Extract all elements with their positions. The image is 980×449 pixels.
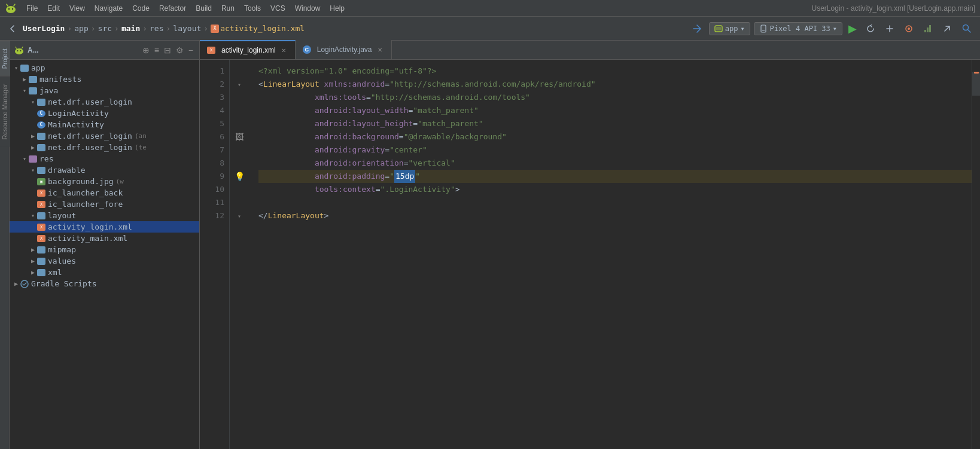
breadcrumb-file[interactable]: activity_login.xml: [220, 24, 305, 33]
navigate-arrow-button[interactable]: [689, 22, 705, 36]
line-gutter: ▾ 🖼 💡 ▾: [230, 60, 249, 449]
folder-icon-package-an: [37, 133, 45, 140]
back-button[interactable]: [5, 22, 20, 35]
fold-indicator-2[interactable]: ▾: [230, 78, 249, 91]
breadcrumb-res[interactable]: res: [150, 24, 163, 33]
svg-rect-7: [761, 25, 766, 32]
svg-rect-12: [927, 28, 929, 32]
tree-item-ic-launcher-back[interactable]: X ic_launcher_back: [10, 187, 199, 198]
tree-label-ic-fore: ic_launcher_fore: [48, 200, 123, 209]
android-icon: [14, 45, 24, 55]
menu-help[interactable]: Help: [325, 3, 349, 14]
code-line-11: [258, 196, 972, 209]
menu-refactor[interactable]: Refactor: [154, 3, 191, 14]
breadcrumb-layout[interactable]: layout: [173, 24, 201, 33]
tree-item-package-main[interactable]: ▾ net.drf.user_login: [10, 96, 199, 108]
panel-title: A...: [28, 46, 39, 54]
tree-arrow-drawable: ▾: [29, 167, 37, 173]
code-content[interactable]: <?xml version="1.0" encoding="utf-8"?> <…: [249, 60, 972, 449]
sync-button[interactable]: ⊕: [141, 44, 151, 56]
tree-arrow-layout: ▾: [29, 212, 37, 219]
tree-item-background[interactable]: ▣ background.jpg (w: [10, 176, 199, 187]
gradle-icon: [20, 280, 29, 288]
search-everywhere-button[interactable]: [958, 22, 975, 36]
close-panel-button[interactable]: −: [187, 44, 194, 56]
tree-item-activity-main[interactable]: X activity_main.xml: [10, 233, 199, 244]
debug-button[interactable]: [901, 22, 917, 35]
tree-item-xml[interactable]: ▶ xml: [10, 267, 199, 278]
svg-line-19: [16, 47, 17, 48]
tree-label-ic-back: ic_launcher_back: [48, 188, 123, 197]
menu-run[interactable]: Run: [217, 3, 239, 14]
fold-indicator-12[interactable]: ▾: [230, 209, 249, 222]
tree-item-login-activity[interactable]: C LoginActivity: [10, 108, 199, 119]
code-line-9: android:padding="15dp": [258, 170, 972, 183]
tree-item-gradle[interactable]: ▶ Gradle Scripts: [10, 278, 199, 289]
tree-item-main-activity[interactable]: C MainActivity: [10, 119, 199, 130]
tree-item-res[interactable]: ▾ res: [10, 153, 199, 164]
tree-item-package-an[interactable]: ▶ net.drf.user_login (an: [10, 130, 199, 142]
tree-label-main: MainActivity: [48, 120, 104, 129]
tree-label-gradle: Gradle Scripts: [31, 279, 97, 288]
tab-close-login-java[interactable]: ✕: [376, 45, 384, 54]
tree-arrow-app: ▾: [12, 65, 20, 71]
tab-login-activity-java[interactable]: C LoginActivity.java ✕: [296, 40, 392, 59]
tree-label-xml: xml: [48, 268, 62, 277]
tree-item-values[interactable]: ▶ values: [10, 255, 199, 267]
menu-edit[interactable]: Edit: [42, 3, 65, 14]
scroll-overview: [972, 72, 980, 96]
tab-close-activity-login[interactable]: ✕: [279, 46, 288, 54]
menu-code[interactable]: Code: [127, 3, 154, 14]
tree-item-app[interactable]: ▾ app: [10, 62, 199, 74]
tree-label-drawable: drawable: [48, 166, 86, 175]
tree-item-manifests[interactable]: ▶ manifests: [10, 74, 199, 85]
folder-icon-values: [37, 258, 45, 265]
collapse-all-button[interactable]: ≡: [153, 44, 160, 56]
tree-item-package-te[interactable]: ▶ net.drf.user_login (te: [10, 142, 199, 153]
tab-xml-icon: X: [207, 47, 215, 54]
menu-view[interactable]: View: [65, 3, 90, 14]
breadcrumb-userlogin[interactable]: UserLogin: [23, 24, 65, 33]
config-selector[interactable]: app ▾: [709, 22, 750, 35]
tree-item-java[interactable]: ▾ java: [10, 85, 199, 96]
scroll-indicator[interactable]: [972, 60, 980, 449]
tree-item-activity-login[interactable]: X activity_login.xml: [10, 221, 199, 233]
tree-item-drawable[interactable]: ▾ drawable: [10, 164, 199, 176]
tree-arrow-values: ▶: [29, 258, 37, 264]
menu-file[interactable]: File: [22, 3, 42, 14]
settings-button[interactable]: ⚙: [175, 44, 185, 56]
tree-item-ic-launcher-fore[interactable]: X ic_launcher_fore: [10, 198, 199, 210]
xml-icon-activity-login: X: [37, 224, 45, 231]
menu-navigate[interactable]: Navigate: [90, 3, 127, 14]
run-button[interactable]: ▶: [846, 21, 859, 36]
breadcrumb-src[interactable]: src: [98, 24, 112, 33]
svg-line-15: [968, 29, 971, 32]
menu-vcs[interactable]: VCS: [266, 3, 290, 14]
breadcrumb-main[interactable]: main: [121, 24, 140, 33]
tree-item-layout[interactable]: ▾ layout: [10, 210, 199, 221]
menu-window[interactable]: Window: [290, 3, 325, 14]
expand-all-button[interactable]: ⊟: [163, 44, 172, 56]
menu-build[interactable]: Build: [191, 3, 217, 14]
line-numbers: 1 2 3 4 5 6 7 8 9 10 11 12: [200, 60, 230, 449]
svg-point-1: [8, 8, 10, 9]
tree-label-layout: layout: [48, 211, 76, 220]
tree-item-mipmap[interactable]: ▶ mipmap: [10, 244, 199, 255]
breadcrumb-app[interactable]: app: [74, 24, 88, 33]
tab-activity-login[interactable]: X activity_login.xml ✕: [200, 40, 296, 59]
image-gutter-icon[interactable]: 🖼: [235, 132, 244, 142]
attach-button[interactable]: [939, 22, 955, 35]
menu-tools[interactable]: Tools: [239, 3, 266, 14]
device-selector[interactable]: Pixel 4 API 33 ▾: [754, 22, 842, 35]
code-line-12: </LinearLayout>: [258, 209, 972, 222]
svg-rect-6: [716, 27, 721, 30]
svg-point-0: [6, 6, 16, 13]
profile-button[interactable]: [920, 22, 936, 35]
code-editor[interactable]: 1 2 3 4 5 6 7 8 9 10 11 12 ▾: [200, 60, 980, 449]
resource-manager-tab[interactable]: Resource Manager: [0, 76, 10, 147]
svg-rect-13: [929, 25, 931, 32]
bulb-gutter-icon[interactable]: 💡: [235, 172, 245, 181]
reload-button[interactable]: [863, 22, 878, 35]
coverage-button[interactable]: [882, 22, 897, 35]
project-tab[interactable]: Project: [0, 41, 10, 76]
